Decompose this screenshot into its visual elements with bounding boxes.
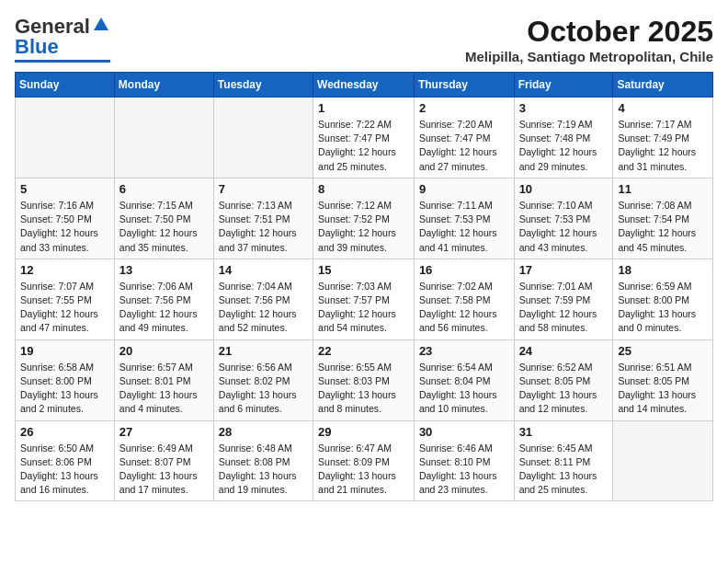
day-number: 22 (318, 344, 409, 358)
calendar-cell: 21 Sunrise: 6:56 AMSunset: 8:02 PMDaylig… (213, 339, 313, 420)
calendar-week-1: 1 Sunrise: 7:22 AMSunset: 7:47 PMDayligh… (16, 98, 713, 178)
day-info: Sunrise: 7:07 AMSunset: 7:55 PMDaylight:… (20, 280, 109, 336)
calendar-cell: 3 Sunrise: 7:19 AMSunset: 7:48 PMDayligh… (514, 98, 613, 178)
calendar-cell: 25 Sunrise: 6:51 AMSunset: 8:05 PMDaylig… (613, 339, 713, 420)
logo-blue: Blue (15, 35, 59, 59)
calendar-cell: 12 Sunrise: 7:07 AMSunset: 7:55 PMDaylig… (16, 259, 115, 339)
day-info: Sunrise: 6:48 AMSunset: 8:08 PMDaylight:… (219, 442, 308, 498)
day-number: 9 (419, 182, 509, 196)
day-number: 5 (20, 182, 109, 196)
day-info: Sunrise: 7:22 AMSunset: 7:47 PMDaylight:… (318, 118, 409, 174)
day-number: 13 (119, 263, 209, 277)
calendar-cell: 13 Sunrise: 7:06 AMSunset: 7:56 PMDaylig… (114, 259, 213, 339)
calendar-cell: 2 Sunrise: 7:20 AMSunset: 7:47 PMDayligh… (414, 98, 514, 178)
logo-underline (15, 60, 110, 63)
page-header: General Blue October 2025 Melipilla, San… (15, 15, 713, 64)
day-number: 25 (618, 344, 708, 358)
day-info: Sunrise: 7:03 AMSunset: 7:57 PMDaylight:… (318, 280, 409, 336)
calendar-cell: 20 Sunrise: 6:57 AMSunset: 8:01 PMDaylig… (114, 339, 213, 420)
calendar-cell: 10 Sunrise: 7:10 AMSunset: 7:53 PMDaylig… (514, 178, 613, 259)
day-number: 10 (519, 182, 609, 196)
day-info: Sunrise: 7:15 AMSunset: 7:50 PMDaylight:… (119, 199, 209, 255)
calendar-cell: 24 Sunrise: 6:52 AMSunset: 8:05 PMDaylig… (514, 339, 613, 420)
day-number: 20 (119, 344, 209, 358)
calendar-cell (613, 420, 713, 501)
calendar-header-row: SundayMondayTuesdayWednesdayThursdayFrid… (16, 73, 713, 98)
calendar-cell: 18 Sunrise: 6:59 AMSunset: 8:00 PMDaylig… (613, 259, 713, 339)
day-info: Sunrise: 7:04 AMSunset: 7:56 PMDaylight:… (219, 280, 308, 336)
day-info: Sunrise: 7:10 AMSunset: 7:53 PMDaylight:… (519, 199, 609, 255)
day-number: 26 (20, 425, 109, 439)
day-info: Sunrise: 7:02 AMSunset: 7:58 PMDaylight:… (419, 280, 509, 336)
day-number: 18 (618, 263, 708, 277)
day-number: 16 (419, 263, 509, 277)
day-number: 1 (318, 101, 409, 115)
calendar-cell: 28 Sunrise: 6:48 AMSunset: 8:08 PMDaylig… (213, 420, 313, 501)
calendar-cell (213, 98, 313, 178)
day-number: 19 (20, 344, 109, 358)
day-number: 12 (20, 263, 109, 277)
day-info: Sunrise: 6:45 AMSunset: 8:11 PMDaylight:… (519, 442, 609, 498)
calendar-cell (114, 98, 213, 178)
day-info: Sunrise: 7:13 AMSunset: 7:51 PMDaylight:… (219, 199, 308, 255)
day-info: Sunrise: 7:17 AMSunset: 7:49 PMDaylight:… (618, 118, 708, 174)
day-number: 15 (318, 263, 409, 277)
calendar-cell: 16 Sunrise: 7:02 AMSunset: 7:58 PMDaylig… (414, 259, 514, 339)
logo-icon (92, 16, 110, 34)
day-number: 28 (219, 425, 308, 439)
calendar-cell: 4 Sunrise: 7:17 AMSunset: 7:49 PMDayligh… (613, 98, 713, 178)
day-number: 11 (618, 182, 708, 196)
calendar-week-2: 5 Sunrise: 7:16 AMSunset: 7:50 PMDayligh… (16, 178, 713, 259)
calendar-cell: 23 Sunrise: 6:54 AMSunset: 8:04 PMDaylig… (414, 339, 514, 420)
calendar-cell: 14 Sunrise: 7:04 AMSunset: 7:56 PMDaylig… (213, 259, 313, 339)
day-info: Sunrise: 7:06 AMSunset: 7:56 PMDaylight:… (119, 280, 209, 336)
calendar-cell: 30 Sunrise: 6:46 AMSunset: 8:10 PMDaylig… (414, 420, 514, 501)
calendar-cell: 19 Sunrise: 6:58 AMSunset: 8:00 PMDaylig… (16, 339, 115, 420)
day-number: 31 (519, 425, 609, 439)
day-number: 7 (219, 182, 308, 196)
day-number: 2 (419, 101, 509, 115)
header-sunday: Sunday (16, 73, 115, 98)
day-info: Sunrise: 6:54 AMSunset: 8:04 PMDaylight:… (419, 361, 509, 417)
day-info: Sunrise: 6:52 AMSunset: 8:05 PMDaylight:… (519, 361, 609, 417)
calendar-week-5: 26 Sunrise: 6:50 AMSunset: 8:06 PMDaylig… (16, 420, 713, 501)
calendar-body: 1 Sunrise: 7:22 AMSunset: 7:47 PMDayligh… (16, 98, 713, 501)
day-number: 8 (318, 182, 409, 196)
calendar-cell: 17 Sunrise: 7:01 AMSunset: 7:59 PMDaylig… (514, 259, 613, 339)
header-saturday: Saturday (613, 73, 713, 98)
day-info: Sunrise: 6:46 AMSunset: 8:10 PMDaylight:… (419, 442, 509, 498)
day-info: Sunrise: 6:55 AMSunset: 8:03 PMDaylight:… (318, 361, 409, 417)
day-number: 14 (219, 263, 308, 277)
calendar-cell: 6 Sunrise: 7:15 AMSunset: 7:50 PMDayligh… (114, 178, 213, 259)
day-number: 24 (519, 344, 609, 358)
calendar-cell: 31 Sunrise: 6:45 AMSunset: 8:11 PMDaylig… (514, 420, 613, 501)
day-number: 30 (419, 425, 509, 439)
day-info: Sunrise: 7:11 AMSunset: 7:53 PMDaylight:… (419, 199, 509, 255)
day-info: Sunrise: 6:59 AMSunset: 8:00 PMDaylight:… (618, 280, 708, 336)
header-friday: Friday (514, 73, 613, 98)
day-info: Sunrise: 6:58 AMSunset: 8:00 PMDaylight:… (20, 361, 109, 417)
calendar-cell: 5 Sunrise: 7:16 AMSunset: 7:50 PMDayligh… (16, 178, 115, 259)
svg-marker-0 (94, 17, 108, 30)
calendar-cell: 22 Sunrise: 6:55 AMSunset: 8:03 PMDaylig… (313, 339, 415, 420)
day-number: 23 (419, 344, 509, 358)
calendar-cell (16, 98, 115, 178)
day-number: 17 (519, 263, 609, 277)
day-number: 6 (119, 182, 209, 196)
calendar-cell: 29 Sunrise: 6:47 AMSunset: 8:09 PMDaylig… (313, 420, 415, 501)
day-number: 29 (318, 425, 409, 439)
calendar-cell: 1 Sunrise: 7:22 AMSunset: 7:47 PMDayligh… (313, 98, 415, 178)
calendar-table: SundayMondayTuesdayWednesdayThursdayFrid… (15, 72, 713, 501)
location: Melipilla, Santiago Metropolitan, Chile (465, 49, 713, 64)
calendar-cell: 27 Sunrise: 6:49 AMSunset: 8:07 PMDaylig… (114, 420, 213, 501)
day-info: Sunrise: 7:08 AMSunset: 7:54 PMDaylight:… (618, 199, 708, 255)
day-number: 4 (618, 101, 708, 115)
day-number: 3 (519, 101, 609, 115)
day-number: 27 (119, 425, 209, 439)
header-wednesday: Wednesday (313, 73, 415, 98)
month-title: October 2025 (465, 15, 713, 49)
day-number: 21 (219, 344, 308, 358)
calendar-cell: 8 Sunrise: 7:12 AMSunset: 7:52 PMDayligh… (313, 178, 415, 259)
calendar-cell: 26 Sunrise: 6:50 AMSunset: 8:06 PMDaylig… (16, 420, 115, 501)
day-info: Sunrise: 7:20 AMSunset: 7:47 PMDaylight:… (419, 118, 509, 174)
